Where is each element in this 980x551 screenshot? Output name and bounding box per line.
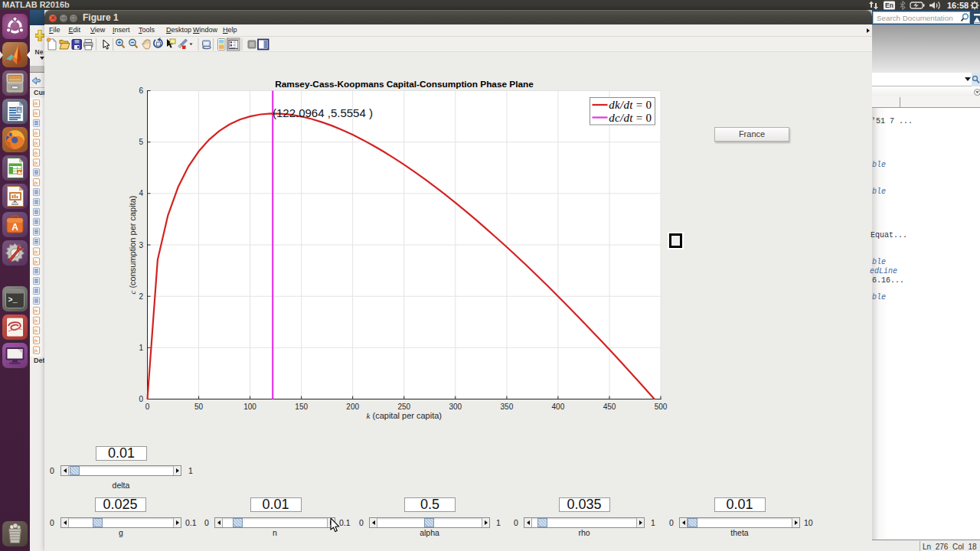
svg-text:4: 4	[139, 189, 143, 197]
svg-text:dc/dt = 0: dc/dt = 0	[609, 112, 652, 124]
svg-text:400: 400	[552, 403, 565, 411]
svg-text:450: 450	[603, 403, 616, 411]
svg-text:k (capital per capita): k (capital per capita)	[367, 411, 442, 420]
svg-text:200: 200	[346, 403, 359, 411]
svg-text:dk/dt = 0: dk/dt = 0	[609, 99, 652, 111]
svg-text:6: 6	[139, 86, 143, 95]
svg-text:0: 0	[139, 395, 143, 403]
svg-text:500: 500	[655, 403, 668, 411]
svg-text:100: 100	[243, 403, 256, 411]
svg-text:(122.0964 ,5.5554 ): (122.0964 ,5.5554 )	[273, 106, 373, 119]
svg-text:1: 1	[139, 344, 143, 352]
svg-text:5: 5	[139, 138, 143, 146]
svg-text:300: 300	[449, 403, 462, 411]
svg-text:150: 150	[295, 403, 308, 411]
svg-text:350: 350	[501, 403, 514, 411]
svg-text:Ramsey-Cass-Koopmans Capital-C: Ramsey-Cass-Koopmans Capital-Consumption…	[275, 79, 534, 90]
svg-text:3: 3	[139, 241, 143, 249]
svg-text:2: 2	[139, 292, 143, 301]
svg-text:c (consumption per capita): c (consumption per capita)	[128, 195, 137, 294]
svg-text:0: 0	[145, 403, 150, 411]
svg-text:250: 250	[397, 403, 410, 411]
svg-text:50: 50	[194, 403, 204, 411]
